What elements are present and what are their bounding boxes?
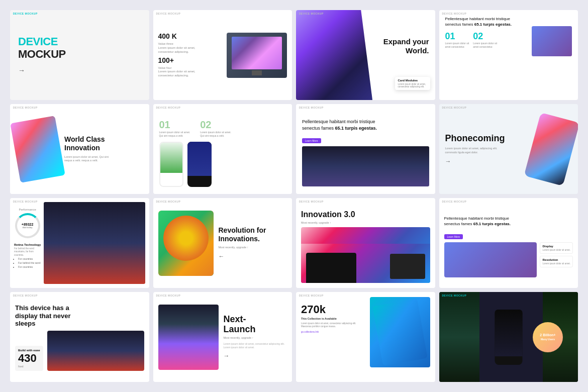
slide-13-tablet (47, 331, 144, 371)
slide-14-desc: Lorem ipsum dolor sit amet, consectetur … (224, 342, 287, 349)
slide-1-device: DEVICE (18, 36, 66, 48)
slide-13-title: This device has adisplay that neversleep… (15, 304, 144, 328)
slide-5-label: DEVICE MOCKUP (13, 106, 38, 109)
slide-4-num1-text: Lorem ipsum dolor sitamet consectetur. (445, 42, 469, 48)
slide-3-title: Expand yourWorld. (383, 37, 429, 55)
slide-6-label: DEVICE MOCKUP (156, 106, 181, 109)
slide-6-num2: 02 (200, 119, 231, 131)
slide-13-content: This device has adisplay that neversleep… (15, 304, 144, 377)
slide-3-label: DEVICE MOCKUP (299, 12, 324, 15)
slide-6-text1: Lorem ipsum dolor sit amet.Qui sint nequ… (159, 131, 190, 138)
slide-3-text: Expand yourWorld. (383, 37, 429, 55)
slide-4-num1: 01 Lorem ipsum dolor sitamet consectetur… (445, 31, 469, 48)
slide-10-label: DEVICE MOCKUP (156, 200, 181, 203)
slide-7-button[interactable]: Learn More (302, 138, 321, 143)
slide-6: DEVICE MOCKUP 01 Lorem ipsum dolor sit a… (153, 104, 292, 194)
slide-6-phone1-screen (160, 143, 182, 173)
slide-12-resolution-text: Lorem ipsum dolor sit amet. (542, 262, 570, 265)
slide-15: DEVICE MOCKUP 270k This Collection is Av… (296, 292, 435, 382)
slide-4-num2-text: Lorem ipsum dolor sitamet consectetur. (473, 42, 497, 48)
slide-15-num: 270k (301, 303, 366, 316)
slide-8-title: Phonecoming (445, 133, 528, 144)
slide-5-sub: Lorem ipsum dolor sit amet, Qui sintnequ… (64, 155, 144, 163)
slide-14-title: Next-Launch (224, 315, 287, 335)
slide-10-lemon (158, 211, 214, 276)
slide-11: DEVICE MOCKUP Innovation 3.0 Most recent… (296, 198, 435, 288)
slide-16-badge-top: 2 Billion+ (540, 333, 555, 337)
slide-4-text: Pellentesque habitant morbi tristiquesen… (445, 16, 528, 48)
slide-2-monitor (227, 33, 287, 78)
slide-8-arrow: → (445, 158, 528, 165)
slide-16: DEVICE MOCKUP 2 Billion+ Many Users (439, 292, 578, 382)
slide-11-tablet (390, 254, 425, 279)
slide-4-pell: Pellentesque habitant morbi tristiquesen… (445, 16, 528, 27)
slide-6-num1: 01 (159, 119, 190, 131)
slide-12-button[interactable]: Learn More (444, 234, 463, 239)
slide-14-arrow: → (224, 352, 287, 359)
slide-15-left: 270k This Collection is Available Lorem … (301, 303, 366, 333)
slide-12-resolution-card: Resolution Lorem ipsum dolor sit amet. (540, 256, 573, 267)
slide-6-nums: 01 Lorem ipsum dolor sit amet.Qui sint n… (159, 119, 231, 138)
slide-1: DEVICE MOCKUP DEVICE MOCKUP → (10, 10, 149, 100)
slide-2-stand (252, 70, 262, 75)
slide-8-sub: Lorem ipsum dolor sit amet, adipiscing e… (445, 147, 528, 154)
slide-2-label: DEVICE MOCKUP (156, 12, 181, 15)
slide-12-tablet (444, 242, 537, 277)
slide-16-forest-left (439, 292, 479, 382)
slide-4-num2-val: 02 (473, 31, 497, 42)
slide-6-phone2-screen (187, 142, 212, 176)
slide-12-cards: Display Lorem ipsum dolor sit amet. Reso… (540, 242, 573, 277)
slide-15-label: DEVICE MOCKUP (299, 294, 324, 297)
slide-10-title: Revolution forInnovations. (219, 226, 287, 243)
bullet-2: Far behind the word (18, 261, 41, 265)
slide-4-nums: 01 Lorem ipsum dolor sitamet consectetur… (445, 31, 528, 48)
slide-2-stat1-label: Value threeLorem ipsum dolor sit amet,co… (158, 42, 223, 54)
slide-1-mockup: MOCKUP (18, 48, 66, 60)
slide-11-devices (301, 227, 430, 283)
slide-9-left: Performance +89322 Add today Retina Tech… (14, 208, 41, 269)
slide-4-label: DEVICE MOCKUP (442, 12, 467, 15)
slide-10: DEVICE MOCKUP Revolution forInnovations.… (153, 198, 292, 288)
slide-3-card: Card Modules Lorem ipsum dolor sit amet,… (395, 77, 430, 90)
slide-14-landscape (158, 305, 219, 370)
slide-3-card-title: Card Modules (398, 79, 427, 82)
slide-15-desc: Lorem ipsum dolor sit amet, consectetur … (301, 322, 366, 329)
slide-5-tablet (10, 116, 65, 183)
slide-11-sub: Most recently, upgrade ↑ (301, 221, 430, 224)
slide-12-display-card: Display Lorem ipsum dolor sit amet. (540, 242, 573, 254)
slide-9: DEVICE MOCKUP Performance +89322 Add tod… (10, 198, 149, 288)
slide-14-label: DEVICE MOCKUP (156, 294, 181, 297)
slide-grid: DEVICE MOCKUP DEVICE MOCKUP → DEVICE MOC… (0, 0, 588, 392)
slide-15-devices (370, 297, 430, 367)
slide-2-stat2-label: Value fourLorem ipsum dolor sit amet,con… (158, 66, 223, 78)
slide-16-badge: 2 Billion+ Many Users (533, 322, 563, 352)
slide-4-laptop (532, 26, 572, 56)
slide-16-phone (495, 310, 522, 365)
slide-11-content: Innovation 3.0 Most recently, upgrade ↑ (301, 210, 430, 283)
slide-9-retina-block: Retina Technology For behind the wordmou… (14, 243, 41, 269)
slide-15-collection: This Collection is Available (301, 317, 366, 320)
slide-13: DEVICE MOCKUP This device has adisplay t… (10, 292, 149, 382)
slide-8: DEVICE MOCKUP Phonecoming Lorem ipsum do… (439, 104, 578, 194)
slide-14-text: Next-Launch Most recently, upgrade ↑ Lor… (224, 315, 287, 359)
slide-7-laptop (302, 146, 429, 186)
slide-16-badge-sub: Many Users (541, 338, 555, 341)
slide-6-num2-block: 02 Lorem ipsum dolor sit amet.Qui sint n… (200, 119, 231, 138)
slide-10-lemon-circle (163, 216, 209, 261)
slide-4: DEVICE MOCKUP Pellentesque habitant morb… (439, 10, 578, 100)
slide-15-device1 (372, 299, 427, 366)
slide-8-phone (524, 112, 578, 185)
slide-12: DEVICE MOCKUP Pellentesque habitant morb… (439, 198, 578, 288)
slide-12-display-text: Lorem ipsum dolor sit amet. (542, 249, 570, 251)
slide-15-link[interactable]: go.collections.link (301, 331, 366, 333)
slide-16-phone-screen (495, 310, 522, 357)
slide-2-stat2-num: 100+ (158, 56, 223, 64)
slide-13-bottom: Build with ease 430 fixed (15, 331, 144, 371)
slide-13-build-card: Build with ease 430 fixed (15, 346, 43, 371)
slide-9-circle: +89322 Add today (15, 213, 40, 238)
slide-16-label: DEVICE MOCKUP (442, 294, 467, 297)
slide-9-label: DEVICE MOCKUP (13, 200, 38, 203)
slide-6-content: 01 Lorem ipsum dolor sit amet.Qui sint n… (159, 119, 231, 187)
slide-10-sub: Most recently, upgrade ↑ (219, 246, 287, 249)
slide-12-bottom: Display Lorem ipsum dolor sit amet. Reso… (444, 242, 573, 277)
